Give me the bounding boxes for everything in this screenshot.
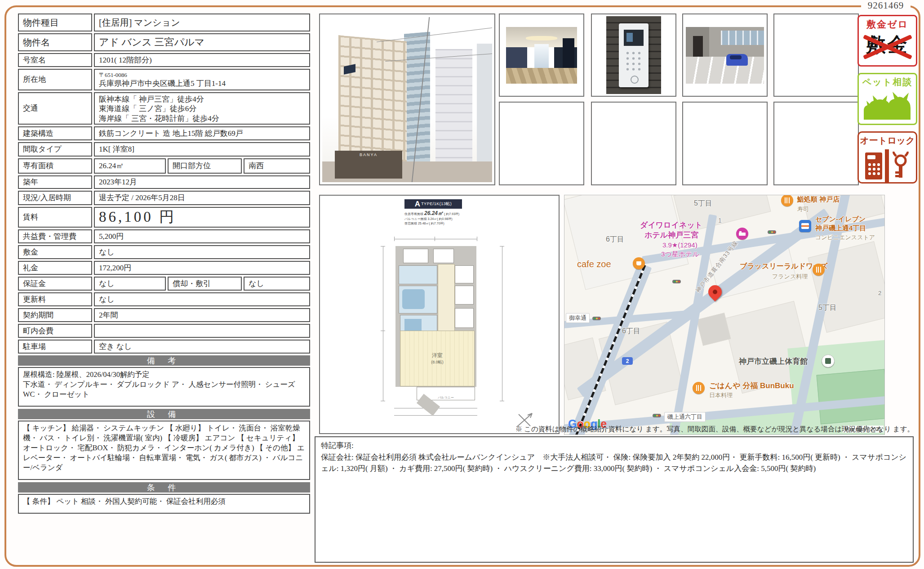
district-label: 6丁目 [622,327,640,336]
crossed-deposit: 敷金 [866,31,909,58]
row-label: 間取タイプ [18,142,92,157]
special-notes-title: 特記事項: [321,440,907,452]
dimension-tick [381,401,385,401]
poi-seven-3: コンビニエンスストア [815,233,875,242]
floorplan-frame: A TYPE/1K(13帖) 住居専有面積 26.24㎡ ( 約7.93坪) バ… [319,195,560,434]
seven-eleven-icon[interactable] [799,220,811,232]
parking-lot-lines [686,57,764,84]
poi-gym[interactable]: 神戸市立磯上体育館 [739,356,808,367]
intercom-panel [619,23,649,87]
photo-intercom [606,16,661,94]
hotel-pin-icon[interactable] [736,228,748,240]
traffic-light-icon [672,280,681,283]
block-number: 2 [878,290,881,296]
district-label: 6丁目 [606,235,624,244]
row-label: 礼金 [18,261,92,275]
row-label: 更新料 [18,292,92,306]
dimension-line [383,246,383,401]
storage-1 [455,286,474,305]
row-label: 共益費・管理費 [18,229,92,243]
table-row-rent: 賃料 86,100 円 [18,207,310,228]
table-row: 保証金 なし 償却・敷引 なし [18,277,310,291]
table-row: 築年 2023年12月 [18,175,310,189]
row-value: なし [94,277,166,291]
row-label: 賃料 [18,207,92,228]
row-label-2: 償却・敷引 [168,277,242,291]
rent-value: 86,100 円 [94,207,310,228]
brasserie-pin-icon[interactable] [813,264,825,276]
special-notes-text: 保証会社: 保証会社利用必須 株式会社ルームバンクインシュア ※大手法人相談可・… [321,452,907,475]
poi-hotel-2: ホテル神戸三宮 [644,230,698,240]
property-flyer: 9261469 物件種目 [住居用] マンション 物件名 アド バンス 三宮パル… [0,0,924,569]
row-value: 1201( 12階部分) [94,53,310,67]
photo-intercom-frame [591,13,676,97]
hall-floor-tiles [506,68,577,84]
dimension-tick [500,401,504,401]
poi-bunbuku[interactable]: ごはんや 分福 BunBuku [709,381,794,391]
row-value: 5,200円 [94,229,310,243]
row-value: 2023年12月 [94,175,310,189]
dimension-line [394,239,477,239]
row-label: 物件種目 [18,13,92,31]
blue-car [726,54,748,66]
photo-hallway [506,27,577,84]
hotel-class: 3つ星ホテル [661,250,699,259]
table-row: 物件名 アド バンス 三宮パルマ [18,33,310,51]
key-icon [892,152,910,180]
row-value: [住居用] マンション [94,13,310,31]
disclaimer-note: ※ この資料は物件の概略紹介資料になり ます。写真、間取図面、設備、概要などが現… [312,425,914,434]
row-value: 〒651-0086 兵庫県神戸市中央区磯上通5 丁目1-14 [94,69,310,90]
traffic-light-icon [653,414,661,417]
address-block: 〒651-0086 兵庫県神戸市中央区磯上通5 丁目1-14 [99,71,226,88]
dimension-line [502,246,502,401]
area-label: 住居専有面積 [404,212,423,215]
area-value: 26.24㎡ [424,210,443,216]
access-lines: 阪神本線「 神戸三宮」徒歩4分 東海道線「 三ノ宮」徒歩6分 海岸線「 三宮・花… [99,94,219,123]
dimension-line [394,415,477,416]
type-text: TYPE/1K(13帖) [421,201,452,207]
photo-empty-frame [773,13,859,97]
balcony-label: バルコニー [438,395,454,400]
autolock-icons [859,149,916,183]
badge-autolock: オートロック [857,131,917,184]
remarks-text: 屋根構造: 陸屋根、2026/04/30解約予定 下水道・ ディンプルキー・ ダ… [18,367,310,407]
poi-hotel-1[interactable]: ダイワロイネット [640,220,702,230]
photo-exterior-frame: BANYA [319,13,495,185]
poi-seven-1[interactable]: セブン-イレブン [815,215,866,224]
hall-light [526,36,557,40]
table-row: 建築構造 鉄筋コンクリート 造 地上15階 総戸数69戸 [18,126,310,140]
road-tag-isogami: 磯上通六丁目 [664,412,706,422]
location-map[interactable]: 5丁目 鮨処順 神戸店 寿司 セブン-イレブン 神戸磯上通4丁目 コンビニエンス… [564,195,885,435]
balcony-glass [721,31,764,45]
floorplan-type-header: A TYPE/1K(13帖) [404,199,462,209]
entrance [403,249,428,263]
gym-icon[interactable] [822,354,835,367]
sushi-pin-icon[interactable] [781,195,793,206]
row-label: 保証金 [18,277,92,291]
row-label: 町内会費 [18,324,92,338]
badge-autolock-label: オートロック [859,133,916,147]
photo-parking-frame [682,13,768,97]
poi-cafe[interactable]: cafe zoe [577,259,611,269]
row-label: 建築構造 [18,126,92,140]
special-notes-box: 特記事項: 保証会社: 保証会社利用必須 株式会社ルームバンクインシュア ※大手… [315,436,914,563]
section-banner-remarks: 備 考 [18,355,310,366]
area-line-1: 住居専有面積 26.24㎡ ( 約7.93坪) [404,210,472,217]
bunbuku-pin-icon[interactable] [693,382,705,394]
row-label: 専有面積 [18,158,92,174]
storefront-sign: BANYA [335,151,402,179]
poi-sushi[interactable]: 鮨処順 神戸店 [797,195,840,204]
row-label: 敷金 [18,245,92,259]
table-row: 間取タイプ 1K[ 洋室8] [18,142,310,157]
parking-entrance [693,36,703,56]
cafe-pin-icon[interactable] [633,257,645,269]
remarks-line-2: 下水道・ ディンプルキー・ ダブルロックド ア・ 人感センサー付照明・ シューズ… [23,380,305,399]
address: 兵庫県神戸市中央区磯上通5 丁目1-14 [99,79,226,88]
row-label: 号室名 [18,53,92,67]
row-value: アド バンス 三宮パルマ [94,33,310,51]
dimension-tick [477,237,477,241]
row-value: 172,200円 [94,261,310,275]
hallway-corridor [438,264,455,332]
row-value: 阪神本線「 神戸三宮」徒歩4分 東海道線「 三ノ宮」徒歩6分 海岸線「 三宮・花… [94,92,310,125]
district-label: 5丁目 [818,303,837,313]
